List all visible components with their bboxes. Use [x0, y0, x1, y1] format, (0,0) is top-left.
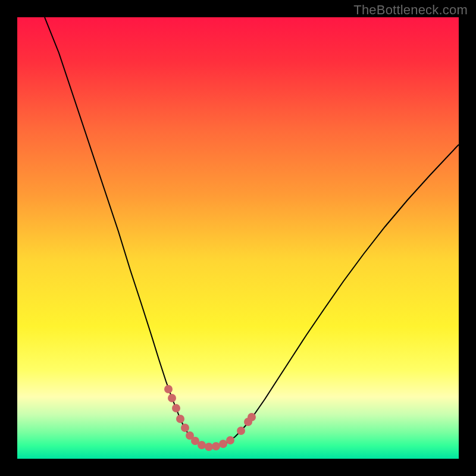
curve-marker: [181, 424, 189, 432]
curve-marker: [168, 394, 176, 402]
plot-svg: [17, 17, 459, 459]
watermark-label: TheBottleneck.com: [353, 2, 468, 18]
background-gradient: [17, 17, 459, 459]
curve-marker: [219, 440, 227, 448]
chart-stage: TheBottleneck.com: [0, 0, 476, 476]
curve-marker: [248, 413, 256, 421]
curve-marker: [172, 404, 180, 412]
curve-marker: [198, 441, 206, 449]
curve-marker: [176, 415, 184, 423]
curve-marker: [212, 442, 220, 450]
curve-marker: [226, 436, 234, 444]
curve-marker: [205, 443, 213, 451]
plot-area: [17, 17, 459, 459]
curve-marker: [237, 427, 245, 435]
curve-marker: [164, 385, 173, 393]
